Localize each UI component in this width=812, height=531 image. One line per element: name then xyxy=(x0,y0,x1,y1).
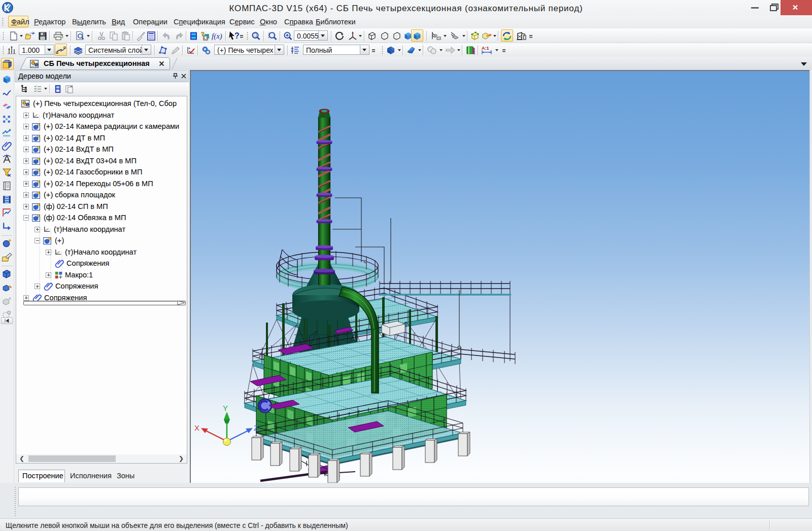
svg-text:Z: Z xyxy=(254,423,258,432)
svg-text:X: X xyxy=(194,423,199,432)
svg-text:Y: Y xyxy=(223,404,228,412)
